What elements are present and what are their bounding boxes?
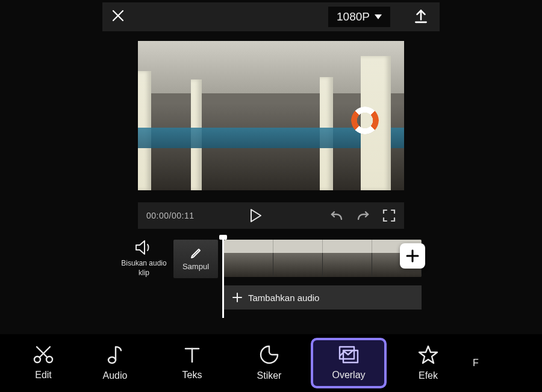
clip-strip[interactable]: [224, 240, 422, 277]
undo-button[interactable]: [329, 210, 344, 222]
transport-bar: 00:00/00:11: [138, 202, 404, 229]
tool-stiker[interactable]: Stiker: [234, 338, 305, 388]
tool-overlay[interactable]: Overlay: [311, 338, 387, 388]
text-icon: [183, 346, 201, 364]
timeline[interactable]: Tambahkan audio: [224, 240, 422, 310]
plus-icon: [232, 293, 242, 302]
fullscreen-icon: [382, 209, 396, 222]
star-icon: [419, 345, 438, 364]
redo-icon: [356, 210, 370, 222]
tool-label: Edit: [35, 370, 52, 381]
tool-efek[interactable]: Efek: [393, 338, 464, 388]
close-icon[interactable]: [111, 8, 125, 25]
speaker-mute-icon: [135, 240, 153, 255]
svg-marker-20: [419, 346, 437, 363]
tool-teks[interactable]: Teks: [157, 338, 228, 388]
clip-thumb: [224, 240, 273, 277]
timecode: 00:00/00:11: [146, 211, 194, 220]
resolution-label: 1080P: [337, 10, 370, 23]
upload-icon: [413, 8, 429, 23]
svg-marker-2: [375, 14, 382, 19]
add-audio-button[interactable]: Tambahkan audio: [224, 285, 422, 310]
tool-label: Audio: [103, 370, 128, 381]
life-ring-icon: [351, 107, 379, 134]
tool-audio[interactable]: Audio: [79, 338, 151, 388]
tool-label: Stiker: [257, 370, 282, 381]
playhead[interactable]: [222, 236, 224, 318]
sticker-icon: [260, 345, 279, 364]
tool-label: Overlay: [332, 370, 365, 381]
play-icon: [250, 209, 262, 222]
svg-marker-5: [251, 210, 261, 222]
svg-point-15: [108, 357, 116, 363]
play-button[interactable]: [250, 209, 262, 222]
clip-thumb: [273, 240, 323, 277]
cover-button[interactable]: Sampul: [173, 240, 218, 278]
mute-label: Bisukan audio klip: [120, 259, 167, 278]
resolution-selector[interactable]: 1080P: [328, 7, 390, 27]
scissors-icon: [33, 346, 54, 364]
music-note-icon: [107, 345, 123, 364]
clip-thumb: [323, 240, 372, 277]
tool-label: Teks: [182, 370, 202, 381]
export-button[interactable]: [411, 5, 431, 28]
pencil-icon: [190, 247, 202, 260]
add-clip-button[interactable]: [400, 243, 425, 269]
top-bar: 1080P: [102, 2, 440, 31]
overlay-icon: [338, 346, 359, 364]
chevron-down-icon: [375, 14, 382, 19]
tool-label: Efek: [419, 370, 438, 381]
video-preview[interactable]: [138, 41, 404, 190]
svg-marker-6: [136, 241, 145, 254]
redo-button[interactable]: [356, 210, 370, 222]
bottom-toolbar: Edit Audio Teks Stiker Overlay Efek F: [0, 334, 542, 392]
add-audio-label: Tambahkan audio: [248, 293, 319, 303]
timeline-area: Bisukan audio klip Sampul Tambahkan audi…: [120, 240, 422, 310]
fullscreen-button[interactable]: [382, 209, 396, 222]
mute-clip-button[interactable]: Bisukan audio klip: [120, 240, 167, 278]
tool-edit[interactable]: Edit: [13, 338, 73, 388]
plus-icon: [405, 249, 420, 263]
cover-label: Sampul: [182, 262, 209, 271]
preview-panel: 00:00/00:11: [138, 41, 404, 229]
toolbar-overflow[interactable]: F: [470, 358, 482, 369]
undo-icon: [329, 210, 344, 222]
